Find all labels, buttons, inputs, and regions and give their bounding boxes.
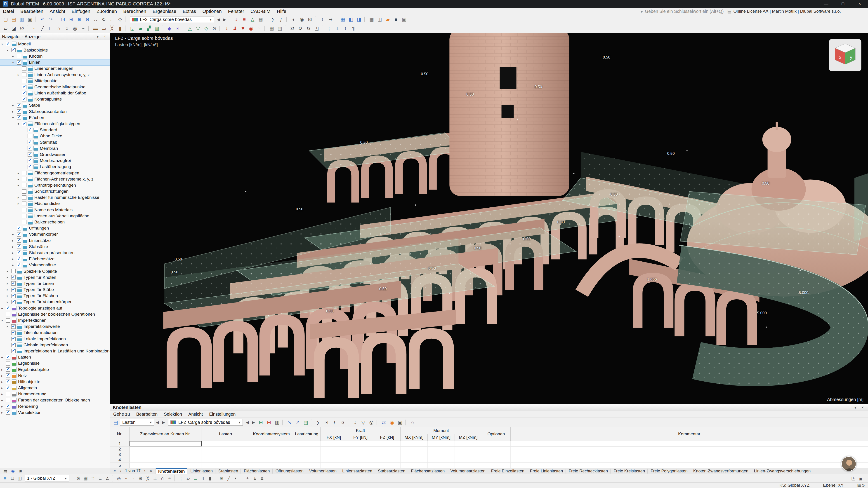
expand-arrow-icon[interactable]: ▸ <box>1 368 6 371</box>
nav-tree-item[interactable]: ▾ Linien <box>0 59 110 66</box>
visibility-checkbox[interactable] <box>28 140 32 144</box>
screenshot-icon[interactable]: ▣ <box>857 475 864 482</box>
units-icon[interactable]: ¤ <box>339 419 346 426</box>
visibility-checkbox[interactable] <box>28 159 32 163</box>
render-settings-icon[interactable]: ▩ <box>368 16 375 23</box>
move-copy-icon[interactable]: ⇄ <box>288 25 296 32</box>
new-rib-icon[interactable]: ▮ <box>116 25 124 32</box>
line-load-icon[interactable]: ⇊ <box>231 25 239 32</box>
polar-mode-icon[interactable]: ∠ <box>104 475 111 482</box>
expand-arrow-icon[interactable]: ▸ <box>1 398 6 402</box>
midpoint-snap-icon[interactable]: ◦ <box>130 475 137 482</box>
table-row[interactable]: 5 <box>110 463 868 468</box>
nav-tree-item[interactable]: Standard <box>0 127 110 133</box>
visibility-checkbox[interactable] <box>17 263 21 267</box>
table-tab[interactable]: Stabsatzlasten <box>375 468 408 474</box>
expand-arrow-icon[interactable]: ▸ <box>1 306 6 310</box>
expand-arrow-icon[interactable]: ▸ <box>18 184 22 187</box>
new-beam-icon[interactable]: ▭ <box>100 25 107 32</box>
nav-tree-item[interactable]: ▸ Ergebnisobjekte <box>0 366 110 372</box>
expand-arrow-icon[interactable]: ▸ <box>12 245 17 249</box>
visibility-checkbox[interactable] <box>17 257 21 261</box>
nav-tree-item[interactable]: ▸ Typen für Flächen <box>0 293 110 299</box>
expand-arrow-icon[interactable]: ▾ <box>1 42 6 46</box>
grid-icon[interactable]: ▦ <box>82 475 89 482</box>
dimension-icon[interactable]: ↦ <box>327 16 334 23</box>
user-avatar[interactable] <box>841 456 856 471</box>
nav-tree-item[interactable]: ▸ Flächendicke <box>0 201 110 207</box>
nav-tree-item[interactable]: Ergebnisse der booleschen Operationen <box>0 311 110 317</box>
table-tab[interactable]: Freie Polygonlasten <box>648 468 690 474</box>
new-node-icon[interactable]: ∘ <box>31 25 38 32</box>
nav-tree-item[interactable]: Membran <box>0 145 110 151</box>
nav-tree-item[interactable]: ▸ Stabsätze <box>0 243 110 250</box>
menu-item[interactable]: Einfügen <box>68 8 93 14</box>
previous-load-case-button[interactable]: ◀ <box>244 419 250 426</box>
views-navigator-icon[interactable]: ▣ <box>17 468 24 474</box>
annotation-icon[interactable]: ¶ <box>350 25 358 32</box>
nav-tree-item[interactable]: ▸ Rendering <box>0 403 110 410</box>
table-tab[interactable]: Linien-Zwangsverschiebungen <box>751 468 813 474</box>
mirror-icon[interactable]: ⇆ <box>305 25 312 32</box>
nav-tree-item[interactable]: ▾ Flächensteifigkeitstypen <box>0 121 110 127</box>
guideline-icon[interactable]: ¦ <box>325 25 333 32</box>
nav-tree-item[interactable]: Kontrollpunkte <box>0 96 110 102</box>
nav-tree-item[interactable]: Mittelpunkte <box>0 78 110 84</box>
table-settings-icon[interactable]: ▣ <box>396 419 404 426</box>
load-case-selector[interactable]: LF2 Carga sobre bóvedas ▾ <box>130 16 214 23</box>
visibility-checkbox[interactable] <box>6 318 10 323</box>
new-spline-icon[interactable]: ~ <box>79 25 87 32</box>
visibility-checkbox[interactable] <box>6 373 10 378</box>
sort-icon[interactable]: ↕ <box>351 419 359 426</box>
visibility-checkbox[interactable] <box>17 251 21 255</box>
menu-item[interactable]: CAD-BIM <box>248 8 274 14</box>
clipping-box-icon[interactable]: ⊠ <box>306 16 314 23</box>
expand-arrow-icon[interactable]: ▸ <box>7 288 11 291</box>
guidelines-icon[interactable]: ¦ <box>178 475 184 482</box>
snap-icon[interactable]: ⊙ <box>75 475 82 482</box>
nav-tree-item[interactable]: Linien außerhalb der Stäbe <box>0 90 110 96</box>
nav-tree-item[interactable]: ▸ Liniensätze <box>0 237 110 243</box>
expand-arrow-icon[interactable]: ▸ <box>7 282 11 285</box>
nav-tree-item[interactable]: ▾ Modell <box>0 41 110 47</box>
expand-arrow-icon[interactable]: ▸ <box>7 294 11 297</box>
menu-item[interactable]: Berechnen <box>120 8 149 14</box>
nav-tree-item[interactable]: Schichtrichtungen <box>0 188 110 195</box>
visibility-checkbox[interactable] <box>22 201 26 206</box>
nav-tree-item[interactable]: ▸ Flächen-Achsensysteme x, y, z <box>0 176 110 182</box>
display-navigator-icon[interactable]: ◉ <box>9 468 16 474</box>
visibility-checkbox[interactable] <box>6 392 10 396</box>
line-support-icon[interactable]: ▽ <box>194 25 202 32</box>
table-row[interactable]: 2 <box>110 447 868 452</box>
visibility-checkbox[interactable] <box>22 66 26 71</box>
generate-mesh-icon[interactable]: ▦ <box>268 25 276 32</box>
nav-tree-item[interactable]: ▸ Stabsatzrepräsentanten <box>0 250 110 256</box>
visibility-mode-icon[interactable]: ◐ <box>290 16 298 23</box>
copy-row-icon[interactable]: ▥ <box>273 419 281 426</box>
previous-view-icon[interactable]: ← <box>108 16 116 23</box>
calculate-all-icon[interactable]: ∑ <box>269 16 277 23</box>
fullscreen-icon[interactable]: ◳ <box>850 475 857 482</box>
keyword-search[interactable]: ▸ Geben Sie ein Schlüsselwort ein (Alt+Q… <box>637 9 727 14</box>
nav-tree-item[interactable]: Name des Materials <box>0 207 110 213</box>
pan-view-icon[interactable]: ↔ <box>92 16 99 23</box>
expand-arrow-icon[interactable]: ▸ <box>12 257 17 261</box>
nav-tree-item[interactable]: ▸ Flächensätze <box>0 256 110 262</box>
perpendicular-snap-icon[interactable]: ⊥ <box>152 475 158 482</box>
visibility-checkbox[interactable] <box>22 195 26 200</box>
next-table-button[interactable]: ▶ <box>161 419 166 426</box>
isometric-view-icon[interactable]: ◇ <box>116 16 124 23</box>
visibility-checkbox[interactable] <box>6 355 10 359</box>
visibility-checkbox[interactable] <box>17 54 21 58</box>
nav-tree-item[interactable]: ▸ Farben der gerenderten Objekte nach <box>0 397 110 403</box>
visibility-checkbox[interactable] <box>22 189 26 194</box>
nav-tree-item[interactable]: ▸ Hilfsobjekte <box>0 379 110 385</box>
new-surface-icon[interactable]: ◱ <box>129 25 136 32</box>
expand-arrow-icon[interactable]: ▸ <box>1 411 6 414</box>
visibility-checkbox[interactable] <box>6 410 10 415</box>
expand-arrow-icon[interactable]: ▸ <box>18 171 22 175</box>
member-hinge-icon[interactable]: ⊙ <box>211 25 218 32</box>
expand-arrow-icon[interactable]: ▾ <box>12 116 17 120</box>
table-tab[interactable]: Freie Kreislasten <box>611 468 648 474</box>
nav-tree-item[interactable]: ▾ Basisobjekte <box>0 47 110 53</box>
